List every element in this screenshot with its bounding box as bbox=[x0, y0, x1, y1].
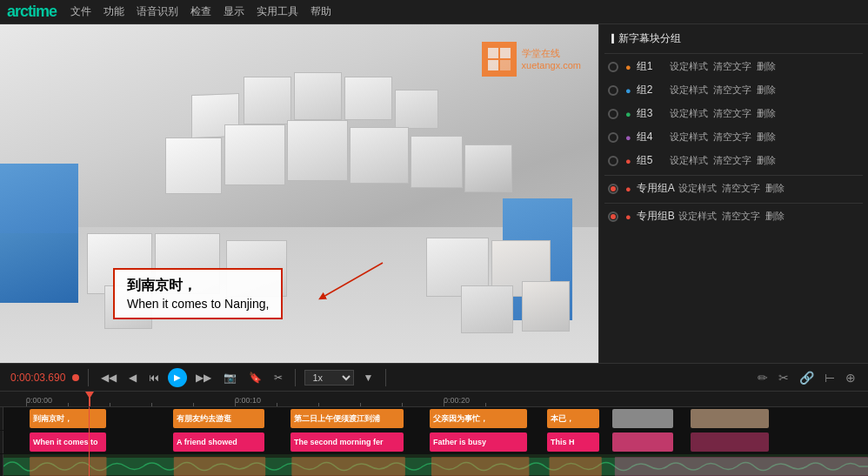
clip-en-5[interactable]: This H bbox=[547, 432, 599, 452]
menu-function[interactable]: 功能 bbox=[103, 4, 124, 19]
group-b-label: 专用组B bbox=[637, 209, 675, 224]
group-row-3: ● 组3 设定样式 清空文字 删除 bbox=[604, 104, 863, 123]
watermark: 学堂在线 xuetangx.com bbox=[482, 42, 581, 77]
right-icon-group: ✏ ✂ 🔗 ⊢ ⊕ bbox=[756, 369, 861, 386]
group-2-delete[interactable]: 删除 bbox=[757, 84, 776, 97]
track-en-content[interactable]: When it comes to A friend showed The sec… bbox=[3, 431, 868, 453]
group-3-set-style[interactable]: 设定样式 bbox=[670, 107, 708, 120]
group-5-label: 组5 bbox=[637, 153, 666, 168]
group-1-delete[interactable]: 删除 bbox=[757, 60, 776, 73]
group-b-set-style[interactable]: 设定样式 bbox=[678, 210, 717, 223]
group-4-delete[interactable]: 删除 bbox=[757, 131, 776, 144]
panel-divider-b bbox=[604, 203, 863, 204]
speed-arrow[interactable]: ▼ bbox=[359, 370, 377, 385]
group-5-clear-text[interactable]: 清空文字 bbox=[713, 154, 751, 167]
video-area: 学堂在线 xuetangx.com 到南京时， When it comes to… bbox=[0, 24, 598, 363]
next-segment-btn[interactable]: ▶▶ bbox=[192, 370, 215, 385]
cut-btn[interactable]: ✂ bbox=[270, 370, 286, 385]
group-4-radio[interactable] bbox=[608, 132, 618, 143]
rewind-btn[interactable]: ⏮ bbox=[145, 370, 163, 385]
time-display: 0:00:03.690 bbox=[10, 372, 65, 384]
group-5-actions: 设定样式 清空文字 删除 bbox=[670, 154, 776, 167]
clip-en-1[interactable]: When it comes to bbox=[30, 432, 106, 452]
group-a-radio[interactable] bbox=[608, 184, 618, 194]
group-2-set-style[interactable]: 设定样式 bbox=[670, 84, 708, 97]
group-5-delete[interactable]: 删除 bbox=[757, 154, 776, 167]
group-4-actions: 设定样式 清空文字 删除 bbox=[670, 131, 776, 144]
svg-rect-9 bbox=[291, 457, 405, 476]
group-a-set-style[interactable]: 设定样式 bbox=[678, 182, 717, 195]
group-a-delete[interactable]: 删除 bbox=[765, 182, 785, 195]
menu-speech[interactable]: 语音识别 bbox=[137, 4, 178, 19]
merge-icon[interactable]: ⊢ bbox=[823, 369, 837, 386]
group-1-radio[interactable] bbox=[608, 62, 618, 72]
clip-en-2[interactable]: A friend showed bbox=[173, 432, 264, 452]
video-frame: 学堂在线 xuetangx.com 到南京时， When it comes to… bbox=[0, 24, 598, 363]
clip-en-3[interactable]: The second morning fer bbox=[290, 432, 404, 452]
svg-rect-7 bbox=[30, 457, 106, 476]
track-audio-content[interactable] bbox=[3, 454, 868, 476]
group-2-clear-text[interactable]: 清空文字 bbox=[713, 84, 751, 97]
group-3-clear-text[interactable]: 清空文字 bbox=[713, 107, 751, 120]
group-2-dot: ● bbox=[625, 85, 631, 96]
group-b-clear-text[interactable]: 清空文字 bbox=[722, 210, 760, 223]
clip-en-4[interactable]: Father is busy bbox=[430, 432, 527, 452]
play-button[interactable]: ▶ bbox=[168, 368, 187, 387]
snapshot-btn[interactable]: 📷 bbox=[220, 370, 240, 385]
menu-help[interactable]: 帮助 bbox=[310, 4, 331, 19]
group-1-clear-text[interactable]: 清空文字 bbox=[713, 60, 751, 73]
group-3-radio[interactable] bbox=[608, 109, 618, 119]
clip-cn-4[interactable]: 父亲因为事忙， bbox=[430, 409, 527, 428]
controls-bar: 0:00:03.690 ◀◀ ◀ ⏮ ▶ ▶▶ 📷 🔖 ✂ 0.5x 0.75x… bbox=[0, 363, 868, 391]
group-5-set-style[interactable]: 设定样式 bbox=[670, 154, 708, 167]
clip-cn-5[interactable]: 本已， bbox=[547, 409, 599, 428]
group-1-set-style[interactable]: 设定样式 bbox=[670, 60, 708, 73]
group-b-delete[interactable]: 删除 bbox=[765, 210, 785, 223]
group-3-delete[interactable]: 删除 bbox=[757, 107, 776, 120]
cut2-icon[interactable]: ✂ bbox=[777, 369, 791, 386]
ruler-tick-20 bbox=[444, 401, 444, 406]
subtitle-english: When it comes to Nanjing, bbox=[127, 297, 269, 311]
clip-cn-3[interactable]: 第二日上午便须渡江到浦 bbox=[290, 409, 404, 428]
bookmark-btn[interactable]: 🔖 bbox=[245, 370, 265, 385]
svg-rect-8 bbox=[174, 457, 265, 476]
clip-cn-6[interactable] bbox=[612, 409, 673, 428]
clip-cn-1[interactable]: 到南京时， bbox=[30, 409, 106, 428]
group-b-radio[interactable] bbox=[608, 211, 618, 222]
group-2-radio[interactable] bbox=[608, 85, 618, 96]
clip-en-7[interactable] bbox=[691, 432, 769, 452]
right-panel: ▎新字幕块分组 ● 组1 设定样式 清空文字 删除 ● 组2 设定样式 清空文字… bbox=[598, 24, 868, 363]
add-icon[interactable]: ⊕ bbox=[844, 369, 858, 386]
group-4-clear-text[interactable]: 清空文字 bbox=[713, 131, 751, 144]
topbar: arctime 文件 功能 语音识别 检查 显示 实用工具 帮助 bbox=[0, 0, 868, 24]
link-icon[interactable]: 🔗 bbox=[798, 369, 816, 386]
svg-line-4 bbox=[322, 263, 383, 298]
menu-file[interactable]: 文件 bbox=[70, 4, 91, 19]
group-5-radio[interactable] bbox=[608, 156, 618, 166]
ruler-tick-10 bbox=[235, 401, 236, 406]
panel-divider-top bbox=[604, 53, 863, 54]
speed-select[interactable]: 0.5x 0.75x 1x 1.25x 1.5x 2x bbox=[304, 370, 354, 385]
menu-display[interactable]: 显示 bbox=[224, 4, 244, 19]
clip-cn-7[interactable] bbox=[691, 409, 769, 428]
menu-check[interactable]: 检查 bbox=[190, 4, 211, 19]
group-4-set-style[interactable]: 设定样式 bbox=[670, 131, 708, 144]
group-a-actions: 设定样式 清空文字 删除 bbox=[678, 182, 785, 195]
menu-tools[interactable]: 实用工具 bbox=[257, 4, 298, 19]
clip-cn-2[interactable]: 有朋友约去游逛 bbox=[173, 409, 264, 428]
clip-en-6[interactable] bbox=[612, 432, 673, 452]
prev-segment-btn[interactable]: ◀◀ bbox=[97, 370, 120, 385]
group-row-5: ● 组5 设定样式 清空文字 删除 bbox=[604, 151, 863, 170]
ruler-mark-0: 0:00:00 bbox=[26, 396, 52, 405]
svg-rect-1 bbox=[500, 48, 511, 58]
track-cn-content[interactable]: 到南京时， 有朋友约去游逛 第二日上午便须渡江到浦 父亲因为事忙， 本已， bbox=[3, 407, 868, 430]
group-b-dot: ● bbox=[625, 211, 631, 222]
ruler-mark-10: 0:00:10 bbox=[235, 396, 261, 405]
group-a-clear-text[interactable]: 清空文字 bbox=[722, 182, 760, 195]
group-b-actions: 设定样式 清空文字 删除 bbox=[678, 210, 785, 223]
svg-rect-3 bbox=[500, 60, 511, 70]
timeline-ruler[interactable]: 0:00:00 0:00:10 0:00:20 bbox=[0, 392, 868, 407]
prev-frame-btn[interactable]: ◀ bbox=[125, 370, 140, 385]
edit-icon[interactable]: ✏ bbox=[756, 369, 770, 386]
track-en: When it comes to A friend showed The sec… bbox=[0, 431, 868, 453]
